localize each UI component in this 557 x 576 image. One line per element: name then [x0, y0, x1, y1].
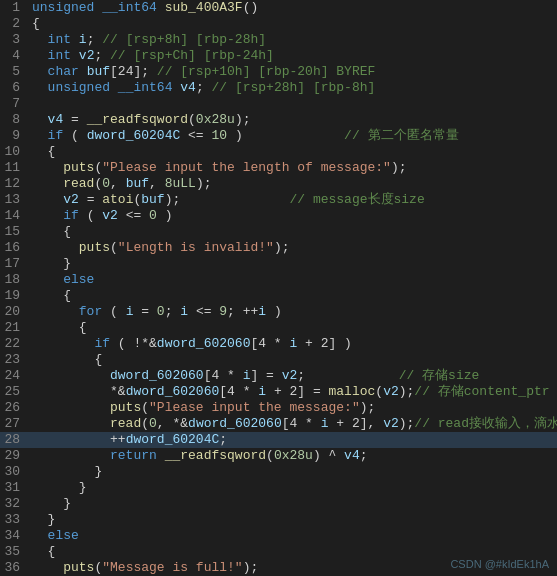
line-number: 18: [0, 272, 28, 288]
line-content: v2 = atoi(buf); // message长度size: [28, 192, 557, 208]
line-content: dword_602060[4 * i] = v2; // 存储size: [28, 368, 557, 384]
line-content: {: [28, 352, 557, 368]
line-content: unsigned __int64 sub_400A3F(): [28, 0, 557, 16]
line-number: 23: [0, 352, 28, 368]
table-row: 3 int i; // [rsp+8h] [rbp-28h]: [0, 32, 557, 48]
line-number: 5: [0, 64, 28, 80]
line-number: 35: [0, 544, 28, 560]
line-number: 17: [0, 256, 28, 272]
line-number: 4: [0, 48, 28, 64]
line-number: 8: [0, 112, 28, 128]
table-row: 23 {: [0, 352, 557, 368]
line-content: }: [28, 464, 557, 480]
line-content: else: [28, 528, 557, 544]
table-row: 34 else: [0, 528, 557, 544]
line-content: }: [28, 496, 557, 512]
line-number: 11: [0, 160, 28, 176]
line-number: 6: [0, 80, 28, 96]
table-row: 19 {: [0, 288, 557, 304]
line-number: 1: [0, 0, 28, 16]
table-row: 33 }: [0, 512, 557, 528]
table-row: 5 char buf[24]; // [rsp+10h] [rbp-20h] B…: [0, 64, 557, 80]
line-content: if ( v2 <= 0 ): [28, 208, 557, 224]
table-row: 10 {: [0, 144, 557, 160]
line-number: 13: [0, 192, 28, 208]
line-content: if ( !*&dword_602060[4 * i + 2] ): [28, 336, 557, 352]
table-row: 13 v2 = atoi(buf); // message长度size: [0, 192, 557, 208]
line-number: 2: [0, 16, 28, 32]
line-content: {: [28, 288, 557, 304]
table-row: 16 puts("Length is invalid!");: [0, 240, 557, 256]
line-content: return __readfsqword(0x28u) ^ v4;: [28, 448, 557, 464]
table-row: 24 dword_602060[4 * i] = v2; // 存储size: [0, 368, 557, 384]
table-row: 9 if ( dword_60204C <= 10 ) // 第二个匿名常量: [0, 128, 557, 144]
line-number: 36: [0, 560, 28, 576]
code-container: 1unsigned __int64 sub_400A3F()2{3 int i;…: [0, 0, 557, 576]
line-number: 21: [0, 320, 28, 336]
table-row: 32 }: [0, 496, 557, 512]
table-row: 30 }: [0, 464, 557, 480]
table-row: 28 ++dword_60204C;: [0, 432, 557, 448]
line-number: 20: [0, 304, 28, 320]
table-row: 14 if ( v2 <= 0 ): [0, 208, 557, 224]
table-row: 18 else: [0, 272, 557, 288]
line-number: 3: [0, 32, 28, 48]
table-row: 4 int v2; // [rsp+Ch] [rbp-24h]: [0, 48, 557, 64]
line-content: unsigned __int64 v4; // [rsp+28h] [rbp-8…: [28, 80, 557, 96]
line-content: for ( i = 0; i <= 9; ++i ): [28, 304, 557, 320]
line-content: read(0, buf, 8uLL);: [28, 176, 557, 192]
watermark: CSDN @#kIdEk1hA: [450, 558, 549, 570]
table-row: 25 *&dword_602060[4 * i + 2] = malloc(v2…: [0, 384, 557, 400]
line-number: 12: [0, 176, 28, 192]
line-content: else: [28, 272, 557, 288]
line-number: 26: [0, 400, 28, 416]
table-row: 27 read(0, *&dword_602060[4 * i + 2], v2…: [0, 416, 557, 432]
line-number: 30: [0, 464, 28, 480]
table-row: 29 return __readfsqword(0x28u) ^ v4;: [0, 448, 557, 464]
line-content: }: [28, 256, 557, 272]
line-number: 19: [0, 288, 28, 304]
table-row: 22 if ( !*&dword_602060[4 * i + 2] ): [0, 336, 557, 352]
line-content: *&dword_602060[4 * i + 2] = malloc(v2);/…: [28, 384, 557, 400]
line-number: 15: [0, 224, 28, 240]
line-content: [28, 96, 557, 112]
line-content: v4 = __readfsqword(0x28u);: [28, 112, 557, 128]
table-row: 11 puts("Please input the length of mess…: [0, 160, 557, 176]
line-number: 27: [0, 416, 28, 432]
line-number: 9: [0, 128, 28, 144]
line-content: {: [28, 144, 557, 160]
table-row: 6 unsigned __int64 v4; // [rsp+28h] [rbp…: [0, 80, 557, 96]
line-content: puts("Please input the message:");: [28, 400, 557, 416]
table-row: 20 for ( i = 0; i <= 9; ++i ): [0, 304, 557, 320]
line-content: if ( dword_60204C <= 10 ) // 第二个匿名常量: [28, 128, 557, 144]
table-row: 7: [0, 96, 557, 112]
line-number: 25: [0, 384, 28, 400]
table-row: 1unsigned __int64 sub_400A3F(): [0, 0, 557, 16]
line-number: 32: [0, 496, 28, 512]
line-number: 7: [0, 96, 28, 112]
table-row: 12 read(0, buf, 8uLL);: [0, 176, 557, 192]
line-content: char buf[24]; // [rsp+10h] [rbp-20h] BYR…: [28, 64, 557, 80]
line-content: read(0, *&dword_602060[4 * i + 2], v2);/…: [28, 416, 557, 432]
line-number: 28: [0, 432, 28, 448]
line-content: {: [28, 320, 557, 336]
line-number: 31: [0, 480, 28, 496]
table-row: 17 }: [0, 256, 557, 272]
table-row: 26 puts("Please input the message:");: [0, 400, 557, 416]
line-content: ++dword_60204C;: [28, 432, 557, 448]
table-row: 31 }: [0, 480, 557, 496]
table-row: 15 {: [0, 224, 557, 240]
line-content: puts("Please input the length of message…: [28, 160, 557, 176]
line-number: 22: [0, 336, 28, 352]
line-number: 24: [0, 368, 28, 384]
table-row: 8 v4 = __readfsqword(0x28u);: [0, 112, 557, 128]
line-content: }: [28, 512, 557, 528]
line-content: }: [28, 480, 557, 496]
table-row: 21 {: [0, 320, 557, 336]
line-number: 14: [0, 208, 28, 224]
table-row: 2{: [0, 16, 557, 32]
line-content: {: [28, 224, 557, 240]
line-content: {: [28, 16, 557, 32]
line-content: int v2; // [rsp+Ch] [rbp-24h]: [28, 48, 557, 64]
line-content: int i; // [rsp+8h] [rbp-28h]: [28, 32, 557, 48]
